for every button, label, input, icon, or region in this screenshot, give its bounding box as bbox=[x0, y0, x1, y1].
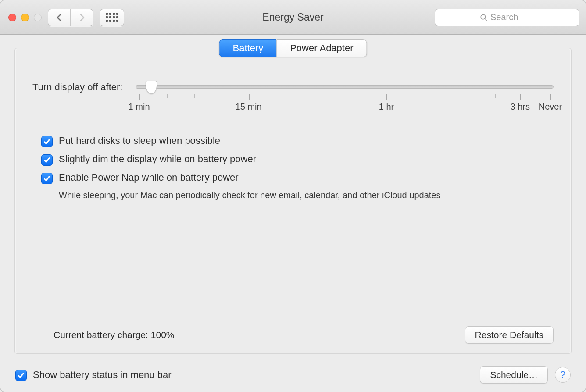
option-power-nap[interactable]: Enable Power Nap while on battery power bbox=[41, 172, 554, 184]
search-field[interactable] bbox=[435, 9, 579, 26]
tick-label-3hrs: 3 hrs bbox=[511, 102, 530, 112]
option-hard-disks-label: Put hard disks to sleep when possible bbox=[59, 135, 220, 146]
content-area: Battery Power Adapter Turn display off a… bbox=[0, 35, 586, 392]
slider-tick-labels: 1 min 15 min 1 hr 3 hrs Never bbox=[136, 102, 554, 113]
option-power-nap-label: Enable Power Nap while on battery power bbox=[59, 172, 239, 183]
back-button[interactable] bbox=[48, 9, 71, 26]
checkbox-hard-disks[interactable] bbox=[41, 136, 53, 147]
tab-power-adapter[interactable]: Power Adapter bbox=[276, 39, 367, 57]
search-input[interactable] bbox=[490, 12, 534, 22]
settings-panel: Battery Power Adapter Turn display off a… bbox=[14, 48, 572, 354]
checkbox-show-menu-bar[interactable] bbox=[15, 370, 27, 381]
checkmark-icon bbox=[43, 138, 51, 146]
option-dim-display[interactable]: Slightly dim the display while on batter… bbox=[41, 153, 554, 166]
slider-ticks bbox=[136, 94, 554, 100]
help-button[interactable]: ? bbox=[555, 367, 571, 383]
grid-icon bbox=[106, 13, 118, 22]
tab-group: Battery Power Adapter bbox=[219, 39, 367, 57]
slider-thumb[interactable] bbox=[146, 81, 157, 94]
show-all-button[interactable] bbox=[100, 9, 124, 26]
checkmark-icon bbox=[43, 175, 51, 182]
zoom-window-button[interactable] bbox=[34, 14, 42, 21]
option-show-menu-bar[interactable]: Show battery status in menu bar bbox=[15, 369, 172, 381]
checkbox-dim-display[interactable] bbox=[41, 154, 53, 166]
tick-label-15min: 15 min bbox=[236, 102, 262, 112]
chevron-right-icon bbox=[79, 14, 85, 21]
titlebar: Energy Saver bbox=[0, 0, 586, 35]
tick-label-1hr: 1 hr bbox=[379, 102, 394, 112]
checkbox-power-nap[interactable] bbox=[41, 173, 53, 184]
display-off-slider[interactable]: 1 min 15 min 1 hr 3 hrs Never bbox=[136, 79, 554, 113]
checkmark-icon bbox=[17, 371, 25, 379]
current-charge-label: Current battery charge: 100% bbox=[54, 330, 174, 340]
option-show-menu-bar-label: Show battery status in menu bar bbox=[33, 369, 172, 381]
schedule-button[interactable]: Schedule… bbox=[480, 366, 548, 384]
slider-track bbox=[136, 85, 554, 89]
close-window-button[interactable] bbox=[8, 14, 16, 21]
option-dim-display-label: Slightly dim the display while on batter… bbox=[59, 153, 256, 165]
tab-battery[interactable]: Battery bbox=[219, 39, 276, 57]
restore-defaults-button[interactable]: Restore Defaults bbox=[465, 326, 554, 344]
option-hard-disks[interactable]: Put hard disks to sleep when possible bbox=[41, 135, 554, 147]
tick-label-1min: 1 min bbox=[129, 102, 150, 112]
window-title: Energy Saver bbox=[262, 11, 323, 23]
display-off-row: Turn display off after: 1 min 15 min 1 h… bbox=[32, 79, 554, 113]
forward-button[interactable] bbox=[71, 9, 93, 26]
status-row: Current battery charge: 100% Restore Def… bbox=[54, 326, 554, 344]
window-controls bbox=[8, 14, 42, 21]
search-icon bbox=[480, 14, 488, 21]
chevron-left-icon bbox=[56, 14, 62, 21]
nav-buttons bbox=[48, 9, 93, 26]
options-list: Put hard disks to sleep when possible Sl… bbox=[41, 135, 554, 200]
tick-label-never: Never bbox=[539, 102, 562, 112]
minimize-window-button[interactable] bbox=[21, 14, 29, 21]
footer-row: Show battery status in menu bar Schedule… bbox=[14, 366, 572, 384]
option-power-nap-sub: While sleeping, your Mac can periodicall… bbox=[59, 190, 554, 200]
display-off-label: Turn display off after: bbox=[32, 79, 122, 93]
preferences-window: Energy Saver Battery Power Adapter Turn … bbox=[0, 0, 586, 392]
checkmark-icon bbox=[43, 156, 51, 164]
